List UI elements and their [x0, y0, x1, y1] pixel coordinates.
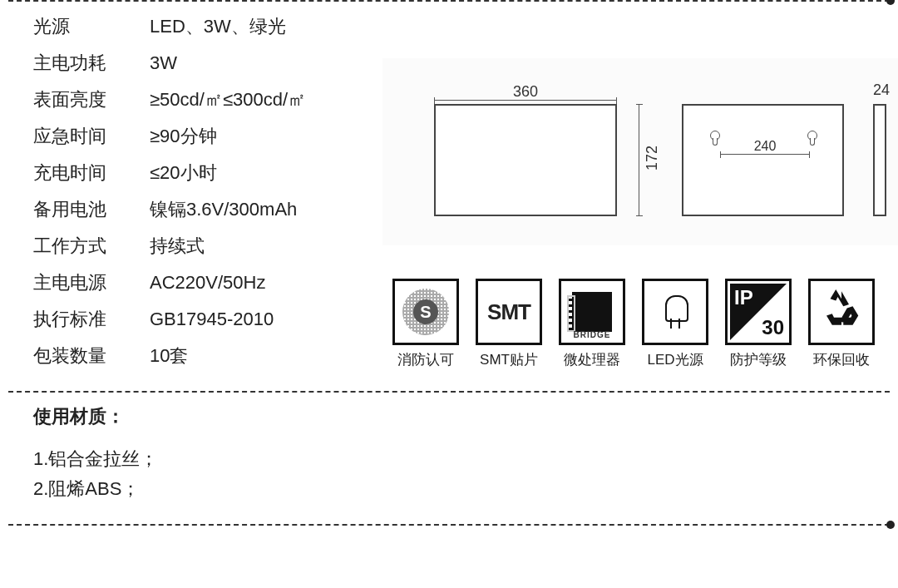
materials-item: 2.阻烯ABS； — [33, 474, 898, 504]
divider-bottom — [8, 524, 890, 526]
ip-rating-icon: IP 30 — [725, 279, 792, 345]
led-icon — [642, 279, 708, 345]
spec-label: 主电功耗 — [33, 51, 150, 76]
cert-label: LED光源 — [647, 350, 703, 369]
spec-row: 主电功耗3W — [33, 45, 382, 82]
recycle-icon — [808, 279, 875, 345]
dimension-mount-line — [720, 154, 810, 155]
spec-row: 光源LED、3W、绿光 — [33, 8, 382, 45]
spec-row: 表面亮度≥50cd/㎡≤300cd/㎡ — [33, 82, 382, 118]
dimension-height: 172 — [632, 104, 649, 216]
spec-value: ≤20小时 — [150, 161, 217, 185]
dimension-height-label: 172 — [644, 146, 661, 170]
cert-label: 环保回收 — [813, 350, 870, 369]
spec-row: 执行标准GB17945-2010 — [33, 301, 382, 338]
cert-ip-rating: IP 30 防护等级 — [723, 279, 793, 369]
bridge-text: BRIDGE — [561, 330, 623, 339]
cert-label: 防护等级 — [730, 350, 787, 369]
spec-value: ≥50cd/㎡≤300cd/㎡ — [150, 87, 306, 112]
divider-mid — [8, 391, 890, 393]
dimension-mount-label: 240 — [723, 139, 807, 154]
chip-icon: BRIDGE — [559, 279, 625, 345]
certification-strip: S 消防认可 SMT SMT贴片 BRIDGE 微处理器 LED光源 IP 30… — [391, 279, 876, 369]
back-view-box: 240 — [682, 104, 844, 216]
spec-label: 执行标准 — [33, 307, 150, 332]
spec-value: 10套 — [150, 343, 188, 368]
materials-title: 使用材质： — [33, 404, 898, 429]
spec-label: 表面亮度 — [33, 87, 150, 112]
materials-item: 1.铝合金拉丝； — [33, 444, 898, 474]
spec-row: 主电电源AC220V/50Hz — [33, 264, 382, 301]
s-mark-letter: S — [413, 299, 438, 324]
spec-label: 光源 — [33, 14, 150, 39]
spec-label: 应急时间 — [33, 124, 150, 149]
spec-value: LED、3W、绿光 — [150, 14, 286, 39]
materials-section: 使用材质： 1.铝合金拉丝； 2.阻烯ABS； — [0, 393, 898, 516]
dimension-width-line — [434, 100, 617, 101]
ip-number: 30 — [762, 316, 784, 339]
spec-row: 充电时间≤20小时 — [33, 155, 382, 191]
cert-recycle: 环保回收 — [807, 279, 876, 369]
spec-value: 3W — [150, 52, 177, 74]
smt-icon: SMT — [476, 279, 542, 345]
keyhole-icon — [708, 131, 720, 146]
smt-text: SMT — [487, 299, 530, 325]
keyhole-icon — [806, 131, 817, 146]
cert-fire-approval: S 消防认可 — [391, 279, 461, 369]
spec-value: 镍镉3.6V/300mAh — [150, 197, 297, 222]
front-view-box — [434, 104, 617, 216]
spec-label: 工作方式 — [33, 234, 150, 259]
spec-row: 工作方式持续式 — [33, 228, 382, 264]
spec-label: 包装数量 — [33, 343, 150, 368]
cert-label: 消防认可 — [397, 350, 454, 369]
ip-text: IP — [734, 286, 753, 309]
dimension-diagram: 360 172 240 24 — [382, 58, 898, 245]
dimension-width-label: 360 — [434, 83, 617, 101]
spec-label: 备用电池 — [33, 197, 150, 222]
spec-label: 主电电源 — [33, 270, 150, 295]
spec-table: 光源LED、3W、绿光 主电功耗3W 表面亮度≥50cd/㎡≤300cd/㎡ 应… — [33, 8, 382, 374]
cert-led: LED光源 — [640, 279, 710, 369]
spec-row: 包装数量10套 — [33, 338, 382, 374]
spec-row: 备用电池镍镉3.6V/300mAh — [33, 191, 382, 228]
spec-value: AC220V/50Hz — [150, 272, 265, 294]
cert-label: 微处理器 — [564, 350, 620, 369]
cert-smt: SMT SMT贴片 — [474, 279, 544, 369]
spec-row: 应急时间≥90分钟 — [33, 118, 382, 155]
cert-label: SMT贴片 — [480, 350, 538, 369]
spec-value: 持续式 — [150, 234, 205, 259]
materials-list: 1.铝合金拉丝； 2.阻烯ABS； — [33, 444, 898, 504]
cert-microprocessor: BRIDGE 微处理器 — [557, 279, 627, 369]
spec-label: 充电时间 — [33, 161, 150, 185]
fire-approval-icon: S — [392, 279, 459, 345]
divider-top — [8, 0, 890, 2]
spec-value: GB17945-2010 — [150, 309, 274, 330]
spec-value: ≥90分钟 — [150, 124, 217, 149]
side-view-box — [873, 104, 886, 216]
dimension-depth-label: 24 — [873, 82, 890, 99]
